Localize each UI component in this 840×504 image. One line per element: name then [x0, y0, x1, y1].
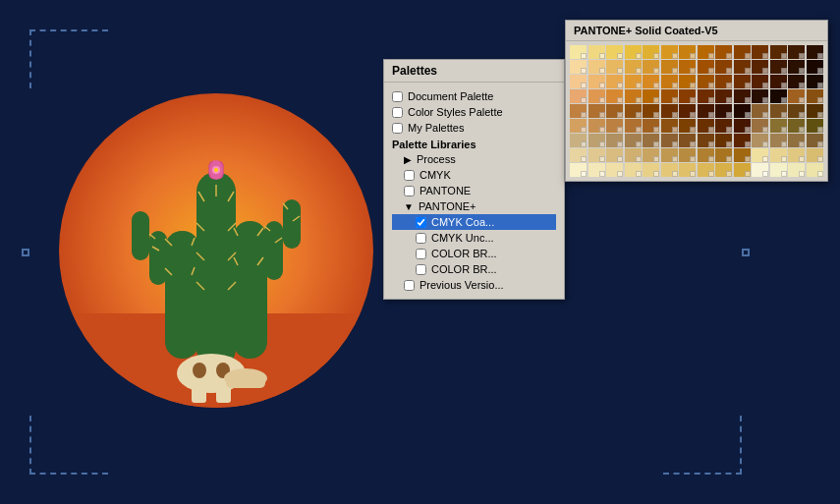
swatch[interactable]	[734, 45, 751, 59]
swatch[interactable]	[606, 60, 623, 74]
swatch[interactable]	[715, 119, 732, 133]
swatch[interactable]	[606, 119, 623, 133]
swatch[interactable]	[588, 89, 605, 103]
swatch[interactable]	[643, 89, 659, 103]
swatch[interactable]	[588, 75, 605, 88]
swatch[interactable]	[770, 134, 787, 147]
swatch[interactable]	[752, 104, 768, 118]
swatch[interactable]	[679, 148, 696, 162]
swatch[interactable]	[625, 104, 642, 118]
swatch[interactable]	[698, 134, 714, 147]
swatch[interactable]	[588, 119, 605, 133]
swatch[interactable]	[625, 119, 642, 133]
swatch[interactable]	[625, 148, 642, 162]
swatch[interactable]	[715, 134, 732, 147]
swatch[interactable]	[788, 119, 805, 133]
swatch[interactable]	[698, 45, 714, 59]
swatch[interactable]	[734, 60, 751, 74]
swatch[interactable]	[661, 119, 678, 133]
swatch[interactable]	[788, 89, 805, 103]
palette-item-process[interactable]: ▶ Process	[392, 151, 556, 167]
swatch[interactable]	[661, 89, 678, 103]
swatch[interactable]	[625, 163, 642, 177]
swatch[interactable]	[715, 75, 732, 88]
swatch[interactable]	[715, 89, 732, 103]
swatch[interactable]	[715, 45, 732, 59]
palette-item-pantone-plus[interactable]: ▼ PANTONE+	[392, 198, 556, 214]
swatch[interactable]	[570, 163, 587, 177]
pantone-checkbox[interactable]	[404, 186, 415, 196]
swatch[interactable]	[606, 75, 623, 88]
swatch[interactable]	[625, 45, 642, 59]
swatch[interactable]	[807, 45, 823, 59]
swatch[interactable]	[570, 89, 587, 103]
swatch[interactable]	[698, 75, 714, 88]
swatch[interactable]	[734, 89, 751, 103]
swatch[interactable]	[734, 134, 751, 147]
swatch[interactable]	[788, 60, 805, 74]
swatch[interactable]	[770, 60, 787, 74]
swatch[interactable]	[570, 148, 587, 162]
palette-item-my-palettes[interactable]: My Palettes	[392, 120, 556, 136]
swatch[interactable]	[698, 60, 714, 74]
cmyk-checkbox[interactable]	[404, 170, 415, 181]
swatch[interactable]	[752, 134, 768, 147]
swatch[interactable]	[679, 104, 696, 118]
swatch[interactable]	[679, 75, 696, 88]
swatch[interactable]	[661, 104, 678, 118]
swatch[interactable]	[588, 60, 605, 74]
swatch[interactable]	[807, 148, 823, 162]
swatch[interactable]	[588, 45, 605, 59]
swatch[interactable]	[807, 75, 823, 88]
swatch[interactable]	[643, 134, 659, 147]
swatch[interactable]	[625, 75, 642, 88]
swatch[interactable]	[734, 104, 751, 118]
swatch[interactable]	[788, 163, 805, 177]
palette-item-color-bridge-2[interactable]: COLOR BR...	[392, 261, 556, 277]
swatch[interactable]	[588, 148, 605, 162]
swatch[interactable]	[752, 45, 768, 59]
my-palettes-checkbox[interactable]	[392, 123, 403, 134]
swatch[interactable]	[570, 60, 587, 74]
swatch[interactable]	[643, 45, 659, 59]
swatch[interactable]	[643, 119, 659, 133]
swatch[interactable]	[679, 163, 696, 177]
swatch[interactable]	[715, 163, 732, 177]
previous-versions-checkbox[interactable]	[404, 280, 415, 291]
swatch[interactable]	[770, 75, 787, 88]
swatch[interactable]	[679, 45, 696, 59]
swatch[interactable]	[807, 104, 823, 118]
swatch[interactable]	[679, 89, 696, 103]
swatch[interactable]	[807, 89, 823, 103]
swatch[interactable]	[788, 104, 805, 118]
swatch[interactable]	[807, 119, 823, 133]
swatch[interactable]	[734, 163, 751, 177]
swatch[interactable]	[588, 163, 605, 177]
swatch[interactable]	[770, 89, 787, 103]
swatch[interactable]	[788, 75, 805, 88]
swatch[interactable]	[770, 119, 787, 133]
document-palette-checkbox[interactable]	[392, 91, 403, 102]
cmyk-coated-checkbox[interactable]	[416, 217, 426, 228]
swatch[interactable]	[643, 163, 659, 177]
color-bridge-1-checkbox[interactable]	[416, 249, 426, 259]
swatch[interactable]	[752, 89, 768, 103]
swatch[interactable]	[770, 163, 787, 177]
swatch[interactable]	[807, 163, 823, 177]
palette-item-pantone[interactable]: PANTONE	[392, 183, 556, 198]
palette-item-cmyk-uncoated[interactable]: CMYK Unc...	[392, 230, 556, 246]
swatch[interactable]	[661, 134, 678, 147]
swatch[interactable]	[606, 89, 623, 103]
swatch[interactable]	[770, 45, 787, 59]
swatch[interactable]	[643, 104, 659, 118]
swatch[interactable]	[570, 104, 587, 118]
swatch[interactable]	[570, 75, 587, 88]
swatch[interactable]	[679, 60, 696, 74]
swatch[interactable]	[715, 60, 732, 74]
swatch[interactable]	[715, 104, 732, 118]
swatch[interactable]	[588, 134, 605, 147]
swatch[interactable]	[643, 60, 659, 74]
swatch[interactable]	[752, 119, 768, 133]
swatch[interactable]	[570, 134, 587, 147]
swatch[interactable]	[606, 134, 623, 147]
